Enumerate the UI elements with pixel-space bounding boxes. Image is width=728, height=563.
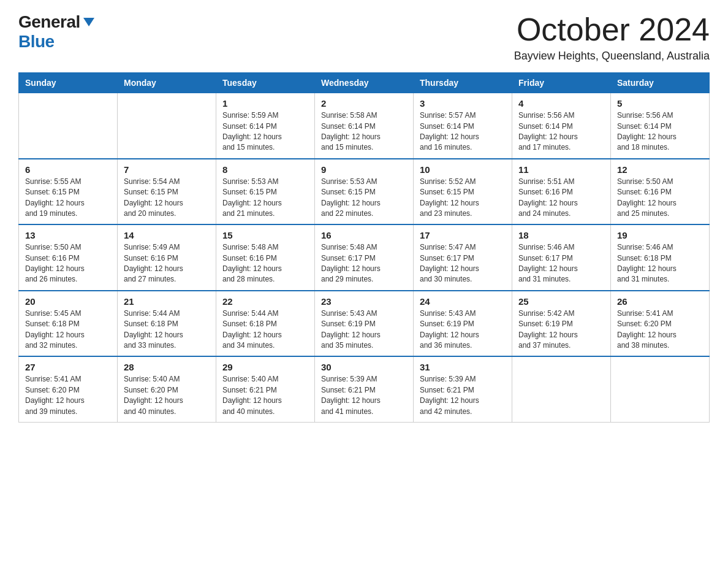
table-row: 25Sunrise: 5:42 AM Sunset: 6:19 PM Dayli…: [512, 291, 611, 357]
day-info: Sunrise: 5:47 AM Sunset: 6:17 PM Dayligh…: [420, 242, 506, 285]
day-info: Sunrise: 5:56 AM Sunset: 6:14 PM Dayligh…: [518, 110, 604, 153]
table-row: 31Sunrise: 5:39 AM Sunset: 6:21 PM Dayli…: [414, 356, 512, 422]
table-row: 30Sunrise: 5:39 AM Sunset: 6:21 PM Dayli…: [315, 356, 414, 422]
day-info: Sunrise: 5:43 AM Sunset: 6:19 PM Dayligh…: [321, 308, 407, 351]
day-info: Sunrise: 5:42 AM Sunset: 6:19 PM Dayligh…: [518, 308, 604, 351]
day-info: Sunrise: 5:41 AM Sunset: 6:20 PM Dayligh…: [25, 374, 111, 417]
table-row: [19, 93, 118, 159]
table-row: 23Sunrise: 5:43 AM Sunset: 6:19 PM Dayli…: [315, 291, 414, 357]
day-number: 15: [222, 230, 308, 240]
logo: General Blue: [18, 12, 96, 52]
calendar-week-row: 1Sunrise: 5:59 AM Sunset: 6:14 PM Daylig…: [19, 93, 710, 159]
day-info: Sunrise: 5:41 AM Sunset: 6:20 PM Dayligh…: [617, 308, 703, 351]
table-row: 22Sunrise: 5:44 AM Sunset: 6:18 PM Dayli…: [216, 291, 315, 357]
table-row: 27Sunrise: 5:41 AM Sunset: 6:20 PM Dayli…: [19, 356, 118, 422]
day-number: 4: [518, 98, 604, 109]
day-info: Sunrise: 5:50 AM Sunset: 6:16 PM Dayligh…: [617, 177, 703, 220]
day-number: 24: [420, 296, 506, 307]
table-row: 1Sunrise: 5:59 AM Sunset: 6:14 PM Daylig…: [216, 93, 315, 159]
table-row: 11Sunrise: 5:51 AM Sunset: 6:16 PM Dayli…: [512, 159, 611, 225]
day-info: Sunrise: 5:40 AM Sunset: 6:20 PM Dayligh…: [124, 374, 210, 417]
table-row: [118, 93, 216, 159]
table-row: 16Sunrise: 5:48 AM Sunset: 6:17 PM Dayli…: [315, 224, 414, 291]
calendar-week-row: 13Sunrise: 5:50 AM Sunset: 6:16 PM Dayli…: [19, 224, 710, 291]
header-sunday: Sunday: [19, 73, 118, 93]
day-number: 5: [617, 98, 703, 109]
calendar-week-row: 6Sunrise: 5:55 AM Sunset: 6:15 PM Daylig…: [19, 159, 710, 225]
table-row: 2Sunrise: 5:58 AM Sunset: 6:14 PM Daylig…: [315, 93, 414, 159]
header-friday: Friday: [512, 73, 611, 93]
day-number: 19: [617, 230, 703, 240]
day-info: Sunrise: 5:45 AM Sunset: 6:18 PM Dayligh…: [25, 308, 111, 351]
day-number: 21: [124, 296, 210, 307]
day-number: 16: [321, 230, 407, 240]
page-header: General Blue October 2024 Bayview Height…: [18, 12, 710, 63]
day-info: Sunrise: 5:40 AM Sunset: 6:21 PM Dayligh…: [222, 374, 308, 417]
table-row: 17Sunrise: 5:47 AM Sunset: 6:17 PM Dayli…: [414, 224, 512, 291]
month-title: October 2024: [514, 12, 710, 47]
calendar-week-row: 27Sunrise: 5:41 AM Sunset: 6:20 PM Dayli…: [19, 356, 710, 422]
day-number: 8: [222, 164, 308, 175]
table-row: 20Sunrise: 5:45 AM Sunset: 6:18 PM Dayli…: [19, 291, 118, 357]
day-number: 3: [420, 98, 506, 109]
table-row: 13Sunrise: 5:50 AM Sunset: 6:16 PM Dayli…: [19, 224, 118, 291]
day-info: Sunrise: 5:49 AM Sunset: 6:16 PM Dayligh…: [124, 242, 210, 285]
table-row: [611, 356, 710, 422]
day-info: Sunrise: 5:51 AM Sunset: 6:16 PM Dayligh…: [518, 177, 604, 220]
table-row: 28Sunrise: 5:40 AM Sunset: 6:20 PM Dayli…: [118, 356, 216, 422]
day-info: Sunrise: 5:39 AM Sunset: 6:21 PM Dayligh…: [321, 374, 407, 417]
day-number: 23: [321, 296, 407, 307]
day-number: 1: [222, 98, 308, 109]
day-number: 14: [124, 230, 210, 240]
day-number: 29: [222, 362, 308, 372]
table-row: 4Sunrise: 5:56 AM Sunset: 6:14 PM Daylig…: [512, 93, 611, 159]
table-row: 15Sunrise: 5:48 AM Sunset: 6:16 PM Dayli…: [216, 224, 315, 291]
table-row: 3Sunrise: 5:57 AM Sunset: 6:14 PM Daylig…: [414, 93, 512, 159]
logo-arrow-icon: [82, 15, 96, 31]
day-info: Sunrise: 5:43 AM Sunset: 6:19 PM Dayligh…: [420, 308, 506, 351]
day-number: 7: [124, 164, 210, 175]
table-row: 24Sunrise: 5:43 AM Sunset: 6:19 PM Dayli…: [414, 291, 512, 357]
table-row: 10Sunrise: 5:52 AM Sunset: 6:15 PM Dayli…: [414, 159, 512, 225]
day-number: 9: [321, 164, 407, 175]
day-number: 31: [420, 362, 506, 372]
table-row: 18Sunrise: 5:46 AM Sunset: 6:17 PM Dayli…: [512, 224, 611, 291]
day-info: Sunrise: 5:53 AM Sunset: 6:15 PM Dayligh…: [222, 177, 308, 220]
header-thursday: Thursday: [414, 73, 512, 93]
day-number: 20: [25, 296, 111, 307]
logo-general-text: General: [18, 12, 80, 32]
day-info: Sunrise: 5:53 AM Sunset: 6:15 PM Dayligh…: [321, 177, 407, 220]
table-row: 8Sunrise: 5:53 AM Sunset: 6:15 PM Daylig…: [216, 159, 315, 225]
day-number: 18: [518, 230, 604, 240]
day-number: 11: [518, 164, 604, 175]
table-row: 14Sunrise: 5:49 AM Sunset: 6:16 PM Dayli…: [118, 224, 216, 291]
header-saturday: Saturday: [611, 73, 710, 93]
day-number: 13: [25, 230, 111, 240]
day-info: Sunrise: 5:52 AM Sunset: 6:15 PM Dayligh…: [420, 177, 506, 220]
day-info: Sunrise: 5:44 AM Sunset: 6:18 PM Dayligh…: [124, 308, 210, 351]
day-number: 28: [124, 362, 210, 372]
day-info: Sunrise: 5:48 AM Sunset: 6:17 PM Dayligh…: [321, 242, 407, 285]
table-row: 5Sunrise: 5:56 AM Sunset: 6:14 PM Daylig…: [611, 93, 710, 159]
table-row: 6Sunrise: 5:55 AM Sunset: 6:15 PM Daylig…: [19, 159, 118, 225]
table-row: [512, 356, 611, 422]
day-info: Sunrise: 5:44 AM Sunset: 6:18 PM Dayligh…: [222, 308, 308, 351]
table-row: 19Sunrise: 5:46 AM Sunset: 6:18 PM Dayli…: [611, 224, 710, 291]
day-number: 10: [420, 164, 506, 175]
day-number: 27: [25, 362, 111, 372]
day-number: 6: [25, 164, 111, 175]
weekday-header-row: Sunday Monday Tuesday Wednesday Thursday…: [19, 73, 710, 93]
day-number: 22: [222, 296, 308, 307]
day-number: 30: [321, 362, 407, 372]
day-number: 26: [617, 296, 703, 307]
table-row: 21Sunrise: 5:44 AM Sunset: 6:18 PM Dayli…: [118, 291, 216, 357]
table-row: 7Sunrise: 5:54 AM Sunset: 6:15 PM Daylig…: [118, 159, 216, 225]
table-row: 29Sunrise: 5:40 AM Sunset: 6:21 PM Dayli…: [216, 356, 315, 422]
day-info: Sunrise: 5:55 AM Sunset: 6:15 PM Dayligh…: [25, 177, 111, 220]
day-info: Sunrise: 5:58 AM Sunset: 6:14 PM Dayligh…: [321, 110, 407, 153]
svg-marker-0: [83, 18, 94, 26]
day-number: 17: [420, 230, 506, 240]
day-info: Sunrise: 5:46 AM Sunset: 6:17 PM Dayligh…: [518, 242, 604, 285]
day-info: Sunrise: 5:54 AM Sunset: 6:15 PM Dayligh…: [124, 177, 210, 220]
location-title: Bayview Heights, Queensland, Australia: [514, 50, 710, 63]
